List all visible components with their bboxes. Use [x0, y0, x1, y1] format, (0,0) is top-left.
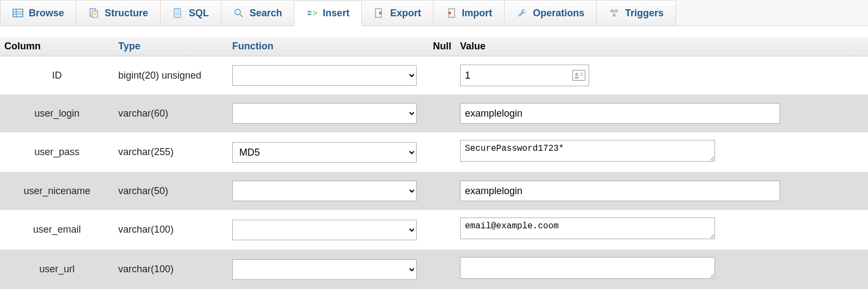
svg-marker-18: [316, 12, 317, 14]
tab-triggers[interactable]: Triggers: [597, 0, 676, 25]
tab-export[interactable]: Export: [362, 0, 433, 25]
header-null: Null: [429, 41, 456, 52]
header-type: Type: [114, 41, 228, 52]
table-row: user_nicename varchar(50): [0, 172, 868, 210]
triggers-icon: [609, 8, 620, 18]
import-icon: [445, 8, 456, 18]
wrench-icon: [516, 8, 527, 18]
function-select[interactable]: [232, 103, 417, 124]
tab-label: SQL: [189, 8, 209, 19]
tab-label: Browse: [29, 8, 64, 19]
table-icon: [12, 8, 23, 18]
insert-icon: [307, 8, 317, 19]
svg-point-29: [575, 73, 578, 76]
svg-rect-0: [13, 9, 23, 17]
value-textarea[interactable]: [460, 140, 715, 162]
svg-rect-30: [575, 76, 579, 79]
tab-browse[interactable]: Browse: [0, 0, 76, 25]
function-select[interactable]: MD5: [232, 142, 417, 163]
table-row: ID bigint(20) unsigned: [0, 56, 868, 94]
column-type: varchar(255): [114, 146, 228, 158]
tab-label: Operations: [533, 8, 584, 19]
svg-marker-20: [379, 11, 382, 15]
value-input[interactable]: [460, 181, 780, 201]
tab-import[interactable]: Import: [433, 0, 505, 25]
svg-rect-28: [573, 71, 585, 81]
tab-label: Insert: [323, 8, 349, 19]
tab-label: Structure: [105, 8, 148, 19]
table-row: user_url varchar(100): [0, 249, 868, 289]
function-select[interactable]: [232, 220, 417, 240]
structure-icon: [88, 8, 99, 18]
tab-sql[interactable]: SQL: [161, 0, 221, 25]
column-type: varchar(60): [114, 108, 228, 119]
column-name: user_nicename: [0, 185, 114, 197]
tab-search[interactable]: Search: [221, 0, 295, 25]
tab-label: Triggers: [625, 8, 663, 19]
value-textarea[interactable]: [460, 257, 715, 279]
table-row: user_pass varchar(255) MD5: [0, 132, 868, 172]
column-type: varchar(50): [114, 185, 228, 197]
tab-insert[interactable]: Insert: [295, 1, 362, 26]
svg-rect-9: [175, 10, 180, 11]
column-name: user_email: [0, 224, 114, 235]
contact-card-icon: [572, 70, 585, 81]
tab-label: Export: [390, 8, 421, 19]
svg-rect-15: [308, 14, 311, 15]
function-select[interactable]: [232, 65, 417, 86]
function-select[interactable]: [232, 181, 417, 201]
column-name: user_url: [0, 264, 114, 275]
tab-label: Search: [250, 8, 282, 19]
table-row: user_email varchar(100): [0, 210, 868, 249]
search-icon: [233, 8, 244, 18]
svg-rect-5: [92, 11, 98, 17]
header-column: Column: [0, 41, 114, 52]
grid-header: Column Type Function Null Value: [0, 37, 868, 56]
tab-operations[interactable]: Operations: [505, 0, 597, 25]
svg-point-12: [235, 9, 240, 15]
column-type: varchar(100): [114, 264, 228, 275]
tab-bar: Browse Structure SQL Search Insert Expor…: [0, 0, 868, 26]
column-type: bigint(20) unsigned: [114, 70, 228, 81]
svg-rect-14: [308, 11, 311, 12]
value-input[interactable]: [460, 103, 780, 124]
sql-icon: [173, 8, 183, 18]
tab-structure[interactable]: Structure: [76, 0, 161, 25]
tab-label: Import: [462, 8, 492, 19]
table-row: user_login varchar(60): [0, 94, 868, 132]
column-name: user_login: [0, 108, 114, 119]
column-name: ID: [0, 70, 114, 81]
value-input[interactable]: [461, 65, 569, 86]
export-icon: [374, 8, 385, 18]
value-textarea[interactable]: [460, 217, 715, 239]
header-function: Function: [228, 41, 429, 52]
svg-rect-17: [313, 14, 315, 15]
svg-marker-22: [448, 11, 451, 15]
column-type: varchar(100): [114, 224, 228, 235]
svg-rect-16: [313, 11, 315, 12]
svg-line-13: [240, 14, 242, 17]
function-select[interactable]: [232, 259, 417, 280]
column-name: user_pass: [0, 146, 114, 158]
header-value: Value: [456, 41, 868, 52]
